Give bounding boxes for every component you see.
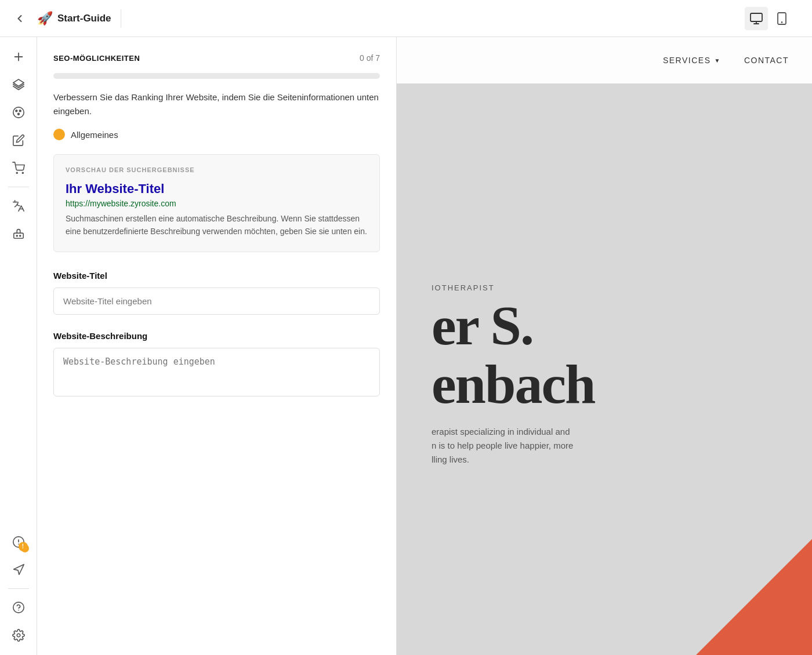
svg-point-23 [17, 634, 20, 637]
svg-rect-15 [13, 233, 23, 238]
website-title-label: Website-Titel [53, 271, 380, 281]
help-button[interactable] [6, 595, 31, 620]
preview-name-line1: er S. [432, 294, 533, 356]
add-element-button[interactable] [6, 44, 31, 70]
services-dropdown-arrow: ▼ [714, 57, 720, 64]
mobile-view-button[interactable] [770, 7, 793, 30]
translate-button[interactable] [6, 193, 31, 219]
website-description-section: Website-Beschreibung [53, 331, 380, 399]
preview-body-line3: lling lives. [432, 454, 469, 464]
topbar: 🚀 Start-Guide [0, 0, 812, 37]
panel-title: SEO-MÖGLICHKEITEN [53, 54, 140, 63]
search-preview-description: Suchmaschinen erstellen eine automatisch… [66, 213, 368, 238]
progress-bar-container [53, 73, 380, 79]
panel-header: SEO-MÖGLICHKEITEN 0 of 7 [53, 53, 380, 63]
website-title-section: Website-Titel [53, 271, 380, 315]
ai-button[interactable] [6, 221, 31, 246]
panel-description: Verbessern Sie das Ranking Ihrer Website… [53, 90, 380, 118]
search-preview-label: VORSCHAU DER SUCHERGEBNISSE [66, 166, 368, 173]
logo-icon: 🚀 [37, 11, 53, 26]
canvas-area: SERVICES ▼ CONTACT IOTHERAPIST er S. enb… [397, 37, 812, 655]
sidebar-icons: ! [0, 37, 37, 655]
website-description-label: Website-Beschreibung [53, 331, 380, 341]
sidebar-divider-1 [8, 187, 29, 187]
desktop-view-button[interactable] [745, 7, 768, 30]
marketing-button[interactable] [6, 557, 31, 583]
preview-subtitle: IOTHERAPIST [432, 283, 789, 292]
general-item[interactable]: Allgemeines [53, 129, 380, 140]
preview-triangle-decoration [696, 539, 812, 655]
svg-point-5 [782, 22, 782, 23]
preview-body-line1: erapist specializing in individual and [432, 427, 570, 436]
search-preview-title[interactable]: Ihr Website-Titel [66, 181, 368, 196]
preview-nav: SERVICES ▼ CONTACT [397, 37, 812, 83]
edit-button[interactable] [6, 128, 31, 153]
palette-button[interactable] [6, 100, 31, 125]
seo-panel: SEO-MÖGLICHKEITEN 0 of 7 Verbessern Sie … [37, 37, 397, 655]
svg-point-17 [19, 235, 20, 236]
general-dot [53, 129, 65, 140]
panel-count: 0 of 7 [360, 53, 380, 63]
contact-label: CONTACT [744, 56, 789, 65]
svg-point-16 [16, 235, 17, 236]
layers-button[interactable] [6, 72, 31, 97]
topbar-divider [121, 9, 121, 28]
svg-point-13 [16, 172, 17, 173]
services-label: SERVICES [663, 56, 711, 65]
search-preview-url: https://mywebsite.zyrosite.com [66, 199, 368, 208]
website-title-input[interactable] [53, 288, 380, 315]
cart-button[interactable] [6, 155, 31, 181]
warning-badge: ! [21, 544, 29, 552]
svg-point-21 [13, 602, 23, 613]
svg-rect-0 [751, 13, 762, 21]
svg-point-14 [22, 172, 23, 173]
svg-point-9 [13, 107, 23, 118]
back-button[interactable] [9, 8, 30, 29]
search-preview-box: VORSCHAU DER SUCHERGEBNISSE Ihr Website-… [53, 154, 380, 252]
general-label: Allgemeines [71, 130, 118, 140]
settings-button[interactable] [6, 623, 31, 648]
notifications-button[interactable]: ! [6, 529, 31, 555]
website-description-input[interactable] [53, 348, 380, 396]
sidebar-divider-2 [8, 588, 29, 589]
svg-point-10 [15, 110, 17, 112]
preview-body-text: erapist specializing in individual and n… [432, 425, 675, 467]
svg-point-12 [17, 113, 19, 115]
preview-big-text: er S. enbach [432, 297, 789, 414]
canvas-content: SERVICES ▼ CONTACT IOTHERAPIST er S. enb… [397, 37, 812, 655]
preview-nav-services[interactable]: SERVICES ▼ [663, 56, 721, 65]
preview-nav-contact[interactable]: CONTACT [744, 56, 789, 65]
logo: 🚀 Start-Guide [37, 11, 111, 26]
app-title: Start-Guide [57, 13, 111, 24]
device-switcher [745, 7, 793, 30]
preview-name-line2: enbach [432, 353, 594, 415]
svg-point-11 [19, 110, 21, 112]
preview-body-line2: n is to help people live happier, more [432, 441, 573, 450]
main-layout: ! SEO-MÖGLICHKEITEN 0 of 7 [0, 37, 812, 655]
